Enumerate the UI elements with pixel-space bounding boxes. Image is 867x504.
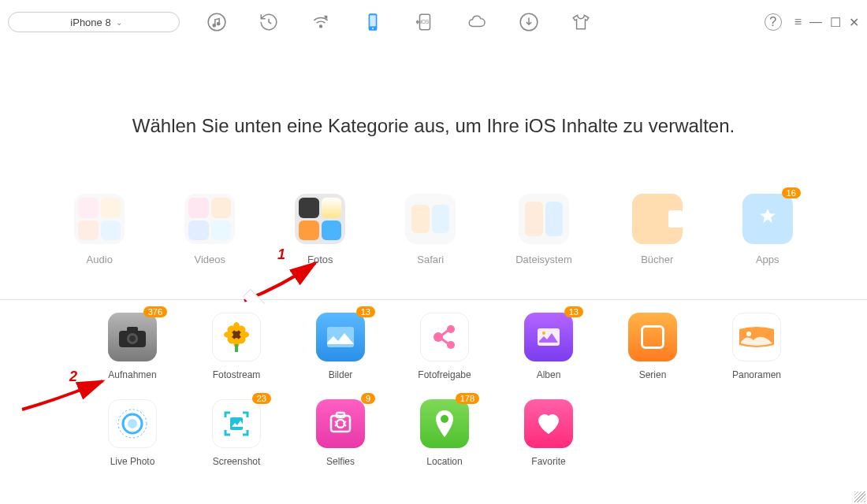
svg-point-18 (240, 332, 249, 338)
svg-rect-24 (327, 327, 354, 347)
svg-point-13 (129, 335, 136, 342)
sub-label: Live Photo (110, 456, 155, 467)
sub-selfies[interactable]: 9 Selfies (314, 399, 367, 467)
badge: 376 (143, 306, 167, 317)
category-videos[interactable]: Videos (184, 194, 235, 265)
sub-label: Favorite (531, 456, 565, 467)
svg-text:iOS: iOS (421, 19, 430, 24)
svg-rect-5 (370, 15, 376, 26)
maximize-icon[interactable]: ☐ (830, 15, 841, 30)
category-label: Dateisystem (515, 254, 572, 265)
category-safari[interactable]: Safari (405, 194, 456, 265)
svg-point-0 (208, 13, 225, 31)
divider (0, 299, 867, 300)
music-icon[interactable] (205, 10, 229, 34)
phone-icon[interactable] (361, 10, 385, 34)
sub-screenshot[interactable]: 23 Screenshot (210, 399, 263, 467)
category-label: Videos (194, 254, 225, 265)
resize-grip[interactable] (854, 491, 865, 502)
sub-bilder[interactable]: 13 Bilder (314, 313, 367, 380)
minimize-icon[interactable]: — (809, 15, 822, 29)
device-selector[interactable]: iPhone 8 ⌄ (8, 12, 180, 32)
svg-point-2 (218, 23, 220, 25)
cloud-icon[interactable] (465, 10, 489, 34)
sub-label: Selfies (326, 456, 355, 467)
svg-point-26 (447, 325, 455, 333)
svg-point-32 (746, 332, 751, 336)
download-icon[interactable] (517, 10, 541, 34)
device-name: iPhone 8 (70, 17, 110, 28)
sub-location[interactable]: 178 Location (418, 399, 471, 467)
sub-fotofreigabe[interactable]: Fotofreigabe (418, 313, 471, 380)
badge: 16 (782, 187, 801, 198)
sub-label: Screenshot (213, 456, 261, 467)
svg-point-15 (233, 322, 240, 332)
category-row: Audio Videos Fotos Safari Dateisystem Bü… (0, 194, 867, 265)
svg-line-29 (441, 339, 448, 343)
toolbar-icons: iOS (205, 10, 593, 34)
svg-rect-30 (538, 328, 560, 346)
sub-label: Aufnahmen (108, 369, 156, 380)
svg-point-3 (320, 25, 322, 28)
sub-favorite[interactable]: Favorite (522, 399, 575, 467)
history-icon[interactable] (257, 10, 281, 34)
menu-icon[interactable]: ≡ (794, 15, 802, 29)
badge: 13 (564, 306, 583, 317)
category-audio[interactable]: Audio (74, 194, 125, 265)
sub-label: Location (426, 456, 462, 467)
sub-label: Serien (639, 369, 667, 380)
sub-label: Panoramen (732, 369, 781, 380)
sub-livephoto[interactable]: Live Photo (106, 399, 159, 467)
sub-label: Bilder (329, 369, 353, 380)
ios-transfer-icon[interactable]: iOS (413, 10, 437, 34)
subcategory-row-2: Live Photo 23 Screenshot 9 Selfies 178 L… (0, 399, 867, 467)
toolbar: iPhone 8 ⌄ iOS ? ≡ — ☐ ✕ (0, 0, 867, 44)
category-label: Bücher (641, 254, 673, 265)
category-fotos[interactable]: Fotos (295, 194, 345, 265)
svg-point-39 (337, 420, 344, 428)
sub-fotostream[interactable]: Fotostream (210, 313, 263, 380)
annotation-number-2: 2 (69, 369, 77, 385)
subcategory-row-1: 376 Aufnahmen Fotostream 13 Bilder Fotof… (0, 313, 867, 380)
category-label: Audio (87, 254, 113, 265)
window-controls: ? ≡ — ☐ ✕ (765, 13, 859, 31)
svg-rect-11 (127, 327, 138, 332)
help-icon[interactable]: ? (765, 13, 782, 31)
badge: 178 (456, 393, 479, 404)
sub-alben[interactable]: 13 Alben (522, 313, 575, 380)
svg-point-25 (434, 332, 443, 342)
close-icon[interactable]: ✕ (849, 15, 859, 30)
badge: 13 (356, 306, 375, 317)
svg-point-17 (224, 332, 233, 338)
sub-aufnahmen[interactable]: 376 Aufnahmen (106, 313, 159, 380)
svg-rect-23 (235, 344, 238, 352)
badge: 9 (361, 393, 375, 404)
tshirt-icon[interactable] (569, 10, 593, 34)
sub-label: Alben (537, 369, 561, 380)
badge: 23 (252, 393, 271, 404)
svg-line-28 (441, 331, 448, 335)
svg-point-31 (542, 332, 545, 335)
wifi-back-icon[interactable] (309, 10, 333, 34)
svg-point-40 (441, 415, 448, 423)
annotation-number-1: 1 (277, 246, 285, 263)
svg-point-6 (372, 28, 374, 29)
chevron-down-icon: ⌄ (116, 18, 122, 27)
svg-point-35 (128, 419, 137, 428)
category-label: Fotos (307, 254, 333, 265)
category-dateisystem[interactable]: Dateisystem (515, 194, 572, 265)
svg-point-1 (213, 24, 215, 27)
sub-serien[interactable]: Serien (626, 313, 679, 380)
sub-label: Fotostream (213, 369, 261, 380)
category-notch (243, 289, 265, 311)
category-apps[interactable]: 16 Apps (742, 194, 793, 265)
sub-label: Fotofreigabe (418, 369, 471, 380)
page-heading: Wählen Sie unten eine Kategorie aus, um … (0, 115, 867, 137)
sub-panoramen[interactable]: Panoramen (730, 313, 783, 380)
category-label: Apps (756, 254, 780, 265)
category-buecher[interactable]: Bücher (632, 194, 683, 265)
category-label: Safari (417, 254, 444, 265)
